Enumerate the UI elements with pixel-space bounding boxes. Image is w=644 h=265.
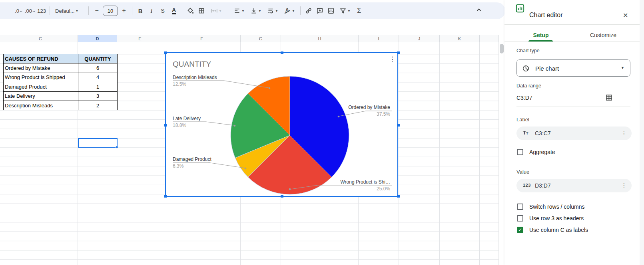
chart-editor-icon [516,4,524,14]
column-header-E[interactable]: E [117,35,163,42]
font-size-input[interactable]: 10 [103,6,118,16]
more-options-icon[interactable]: ⋮ [621,130,627,136]
use-row-3-headers-label: Use row 3 as headers [529,215,584,221]
functions-button[interactable]: Σ [354,5,364,17]
table-cell[interactable]: Description Misleads [4,101,78,110]
table-cell[interactable]: Late Delivery [4,92,78,101]
column-header-F[interactable]: F [163,35,241,42]
toolbar-divider [300,6,301,15]
text-rotation-button[interactable]: A ▼ [281,5,297,17]
column-header-D[interactable]: D [78,35,117,42]
vertical-scrollbar-thumb[interactable] [500,44,504,53]
panel-scroll-gutter [640,0,644,265]
checkbox[interactable] [517,215,523,221]
selected-cell[interactable] [78,138,118,148]
resize-handle-e[interactable] [397,124,400,127]
resize-handle-w[interactable] [164,124,167,127]
column-header-G[interactable]: G [241,35,281,42]
text-wrap-button[interactable]: ▼ [265,5,281,17]
toolbar-divider [88,6,89,15]
chart-menu-button[interactable]: ⋮ [389,56,396,63]
grid-vertical-line [479,42,480,265]
table-row[interactable]: Damaged Product1 [4,82,118,91]
checkbox[interactable]: ✓ [517,227,523,233]
column-header-J[interactable]: J [399,35,440,42]
google-sheets-app: .0← .00→ 123 Defaul...▼ − 10 + B I S A ▼… [0,0,644,265]
increase-decimal-label: .00 [25,8,32,14]
insert-chart-button[interactable] [326,5,336,17]
data-range-label: Data range [516,83,541,89]
resize-handle-nw[interactable] [164,51,167,54]
number-format-button[interactable]: 123 [36,5,47,17]
value-range-field[interactable]: 123 D3:D7 ⋮ [516,179,632,192]
resize-handle-n[interactable] [281,51,283,54]
bold-button[interactable]: B [135,5,146,17]
increase-font-size-button[interactable]: + [119,5,129,17]
decrease-decimal-button[interactable]: .0← [14,5,24,17]
table-cell[interactable]: Ordered by Mistake [4,63,78,73]
more-options-icon[interactable]: ⋮ [621,182,627,188]
increase-decimal-button[interactable]: .00→ [25,5,36,17]
column-header-K[interactable]: K [440,35,480,42]
select-data-range-icon[interactable] [605,94,613,103]
vertical-align-button[interactable]: ▼ [248,5,264,17]
toolbar-divider [50,6,50,15]
embedded-chart[interactable]: QUANTITY ⋮ Description Misleads 12.5% La… [165,52,398,197]
column-header-C[interactable]: C [3,35,78,42]
slice-label-ordered-by-mistake: Ordered by Mistake 37.5% [348,105,390,117]
close-icon[interactable]: ✕ [623,12,628,19]
table-header-row[interactable]: CAUSES OF REFUNDQUANTITY [4,54,118,63]
table-cell[interactable]: 4 [78,73,118,82]
column-header-partial[interactable] [0,35,3,42]
insert-link-button[interactable] [303,5,314,17]
borders-button[interactable] [196,5,207,17]
column-header-I[interactable]: I [359,35,399,42]
aggregate-checkbox-row[interactable]: Aggregate [517,149,555,155]
fill-handle[interactable] [116,146,118,148]
table-row[interactable]: Wrong Product is Shipped4 [4,73,118,82]
tab-customize[interactable]: Customize [589,32,618,38]
resize-handle-se[interactable] [397,195,400,198]
table-header-cell[interactable]: CAUSES OF REFUND [4,54,78,63]
tab-setup[interactable]: Setup [531,32,551,38]
resize-handle-ne[interactable] [397,51,400,54]
table-cell[interactable]: Wrong Product is Shipped [4,73,78,82]
use-column-c-labels-row[interactable]: ✓ Use column C as labels [517,227,588,233]
font-family-dropdown[interactable]: Defaul...▼ [53,5,86,17]
toolbar-divider [132,6,132,15]
table-row[interactable]: Ordered by Mistake6 [4,63,118,73]
resize-handle-sw[interactable] [164,195,167,198]
use-row-3-headers-row[interactable]: Use row 3 as headers [517,215,584,221]
decrease-font-size-button[interactable]: − [92,5,102,17]
column-header-H[interactable]: H [281,35,359,42]
table-cell[interactable]: 2 [78,101,118,110]
text-color-button[interactable]: A [169,5,179,17]
chevron-down-icon: ▼ [292,9,295,13]
value-heading: Value [516,169,529,175]
table-cell[interactable]: 1 [78,82,118,91]
horizontal-align-button[interactable]: ▼ [231,5,247,17]
toolbar-divider [182,6,182,15]
table-row[interactable]: Description Misleads2 [4,101,118,110]
table-cell[interactable]: 6 [78,63,118,73]
table-cell[interactable]: Damaged Product [4,82,78,91]
resize-handle-s[interactable] [281,195,283,198]
refund-data-table[interactable]: CAUSES OF REFUNDQUANTITYOrdered by Mista… [3,54,118,110]
chart-type-dropdown[interactable]: Pie chart ▼ [516,59,630,77]
create-filter-button[interactable]: ▼ [337,5,353,17]
link-icon [305,7,312,14]
data-range-value[interactable]: C3:D7 [516,95,532,101]
collapse-toolbar-button[interactable] [476,7,482,15]
insert-comment-button[interactable] [315,5,325,17]
checkbox[interactable] [517,204,523,210]
italic-button[interactable]: I [146,5,157,17]
column-header-partial[interactable] [480,35,499,42]
label-range-field[interactable]: TT C3:C7 ⋮ [516,127,632,140]
table-header-cell[interactable]: QUANTITY [78,54,118,63]
table-row[interactable]: Late Delivery3 [4,92,118,101]
checkbox[interactable] [517,149,523,155]
strikethrough-button[interactable]: S [158,5,168,17]
switch-rows-columns-row[interactable]: Switch rows / columns [517,204,584,210]
fill-color-button[interactable] [185,5,195,17]
table-cell[interactable]: 3 [78,92,118,101]
